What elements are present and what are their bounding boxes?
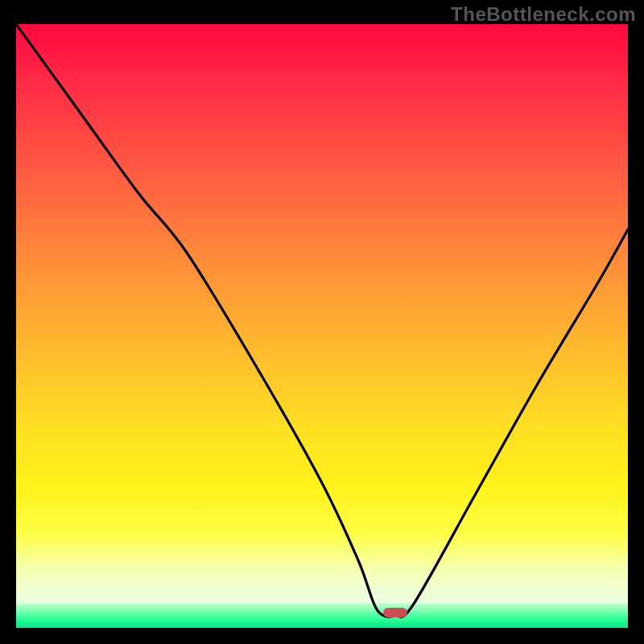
chart-frame: TheBottleneck.com — [0, 0, 644, 644]
bottleneck-curve — [16, 24, 628, 617]
plot-area — [16, 24, 628, 628]
optimal-marker — [383, 608, 407, 617]
curve-svg — [16, 24, 628, 628]
watermark-text: TheBottleneck.com — [451, 3, 636, 26]
